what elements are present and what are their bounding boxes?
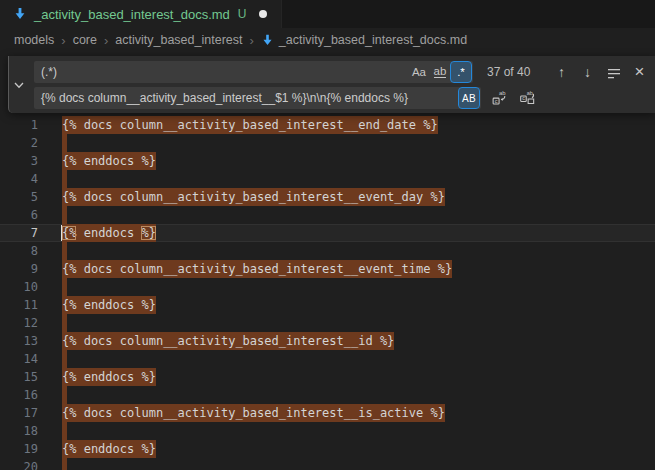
match-case-toggle[interactable]: Aa bbox=[409, 62, 429, 82]
line-number: 14 bbox=[0, 350, 38, 368]
find-match-highlight: {% docs column__activity_based_interest_… bbox=[62, 188, 445, 206]
code-line[interactable]: 14 bbox=[0, 350, 655, 368]
line-number: 8 bbox=[0, 242, 38, 260]
find-match-highlight-empty bbox=[62, 278, 67, 296]
previous-match-button[interactable]: ↑ bbox=[551, 61, 572, 82]
line-number: 1 bbox=[0, 116, 38, 134]
find-match-highlight-empty bbox=[62, 170, 67, 188]
code-line[interactable]: 7{% enddocs %} bbox=[0, 224, 655, 242]
find-input[interactable]: (.*) Aa ab .* bbox=[34, 61, 473, 83]
code-line[interactable]: 15{% enddocs %} bbox=[0, 368, 655, 386]
code-line[interactable]: 20 bbox=[0, 458, 655, 470]
line-number: 15 bbox=[0, 368, 38, 386]
replace-button[interactable]: ab c bbox=[489, 87, 510, 108]
line-number: 3 bbox=[0, 152, 38, 170]
markdown-file-icon bbox=[261, 34, 274, 47]
replace-all-icon-button[interactable]: ab c bbox=[517, 87, 538, 108]
code-text: {% enddocs %} bbox=[62, 152, 156, 170]
code-line[interactable]: 13{% docs column__activity_based_interes… bbox=[0, 332, 655, 350]
find-match-highlight-empty bbox=[62, 458, 67, 470]
line-number: 7 bbox=[0, 224, 38, 242]
code-line[interactable]: 12 bbox=[0, 314, 655, 332]
code-line[interactable]: 2 bbox=[0, 134, 655, 152]
code-text: {% docs column__activity_based_interest_… bbox=[62, 116, 438, 134]
markdown-file-icon bbox=[13, 7, 27, 21]
close-icon: × bbox=[635, 62, 645, 82]
line-number: 5 bbox=[0, 188, 38, 206]
code-text: {% docs column__activity_based_interest_… bbox=[62, 332, 394, 350]
breadcrumb-item-models[interactable]: models bbox=[14, 33, 54, 47]
find-replace-widget: (.*) Aa ab .* 37 of 40 ↑ ↓ × {% docs col… bbox=[8, 56, 655, 113]
toggle-replace-button[interactable] bbox=[10, 76, 27, 93]
line-number: 19 bbox=[0, 440, 38, 458]
next-match-button[interactable]: ↓ bbox=[577, 61, 598, 82]
code-line[interactable]: 11{% enddocs %} bbox=[0, 296, 655, 314]
arrow-down-icon: ↓ bbox=[584, 64, 591, 80]
find-in-selection-button[interactable] bbox=[603, 61, 624, 82]
find-match-highlight-empty bbox=[62, 386, 67, 404]
find-match-highlight-empty bbox=[62, 350, 67, 368]
svg-text:ab: ab bbox=[527, 90, 533, 96]
bracket-match: {% bbox=[62, 226, 76, 240]
breadcrumb-item-activity-based-interest[interactable]: activity_based_interest bbox=[115, 33, 242, 47]
find-match-highlight: {% enddocs %} bbox=[62, 296, 156, 314]
editor-tab[interactable]: _activity_based_interest_docs.md U bbox=[0, 0, 282, 28]
git-status-badge: U bbox=[238, 7, 247, 21]
breadcrumb-separator: › bbox=[249, 33, 253, 48]
code-line[interactable]: 16 bbox=[0, 386, 655, 404]
line-number: 11 bbox=[0, 296, 38, 314]
replace-input[interactable]: {% docs column__activity_based_interest_… bbox=[34, 87, 481, 109]
line-number: 17 bbox=[0, 404, 38, 422]
bracket-match: %} bbox=[141, 226, 155, 240]
find-match-highlight-empty bbox=[62, 134, 67, 152]
breadcrumb-separator: › bbox=[61, 33, 65, 48]
line-number: 12 bbox=[0, 314, 38, 332]
code-line[interactable]: 8 bbox=[0, 242, 655, 260]
code-text: {% enddocs %} bbox=[62, 440, 156, 458]
code-line[interactable]: 10 bbox=[0, 278, 655, 296]
find-match-highlight-empty bbox=[62, 242, 67, 260]
replace-all-icon: ab c bbox=[519, 89, 536, 106]
vscode-editor-window: 1{% docs column__activity_based_interest… bbox=[0, 0, 655, 470]
unsaved-changes-dot[interactable] bbox=[259, 10, 267, 18]
code-line[interactable]: 3{% enddocs %} bbox=[0, 152, 655, 170]
code-line[interactable]: 9{% docs column__activity_based_interest… bbox=[0, 260, 655, 278]
find-match-highlight: {% enddocs %} bbox=[62, 440, 156, 458]
svg-text:c: c bbox=[495, 98, 498, 104]
breadcrumb-separator: › bbox=[104, 33, 108, 48]
code-line[interactable]: 19{% enddocs %} bbox=[0, 440, 655, 458]
find-match-highlight-empty bbox=[62, 314, 67, 332]
code-line[interactable]: 5{% docs column__activity_based_interest… bbox=[0, 188, 655, 206]
line-number: 16 bbox=[0, 386, 38, 404]
line-number: 18 bbox=[0, 422, 38, 440]
tab-bar: _activity_based_interest_docs.md U bbox=[0, 0, 655, 28]
find-match-highlight-empty bbox=[62, 422, 67, 440]
preserve-case-toggle[interactable]: AB bbox=[459, 88, 479, 108]
replace-actions: ab c ab c bbox=[489, 87, 538, 108]
code-line[interactable]: 18 bbox=[0, 422, 655, 440]
find-actions: ↑ ↓ × bbox=[551, 61, 650, 82]
code-line[interactable]: 1{% docs column__activity_based_interest… bbox=[0, 116, 655, 134]
find-match-highlight: {% docs column__activity_based_interest_… bbox=[62, 332, 394, 350]
replace-icon: ab c bbox=[491, 89, 508, 106]
code-line[interactable]: 17{% docs column__activity_based_interes… bbox=[0, 404, 655, 422]
code-text: {% enddocs %} bbox=[62, 368, 156, 386]
close-find-widget-button[interactable]: × bbox=[629, 61, 650, 82]
replace-input-value[interactable]: {% docs column__activity_based_interest_… bbox=[34, 91, 458, 105]
breadcrumb-item-file[interactable]: _activity_based_interest_docs.md bbox=[279, 33, 467, 47]
find-results-count: 37 of 40 bbox=[487, 61, 530, 83]
code-text bbox=[62, 458, 67, 470]
find-match-highlight: {% docs column__activity_based_interest_… bbox=[62, 116, 438, 134]
code-line[interactable]: 6 bbox=[0, 206, 655, 224]
line-number: 20 bbox=[0, 458, 38, 470]
whole-word-toggle[interactable]: ab bbox=[430, 62, 450, 82]
find-input-value[interactable]: (.*) bbox=[34, 65, 408, 79]
code-text: {% enddocs %} bbox=[62, 296, 156, 314]
code-line[interactable]: 4 bbox=[0, 170, 655, 188]
regex-toggle[interactable]: .* bbox=[451, 62, 471, 82]
find-match-highlight: {% enddocs %} bbox=[62, 152, 156, 170]
tab-filename: _activity_based_interest_docs.md bbox=[34, 7, 230, 22]
find-match-highlight: {% docs column__activity_based_interest_… bbox=[62, 260, 452, 278]
breadcrumb-item-core[interactable]: core bbox=[73, 33, 97, 47]
code-text: {% enddocs %} bbox=[62, 224, 156, 242]
